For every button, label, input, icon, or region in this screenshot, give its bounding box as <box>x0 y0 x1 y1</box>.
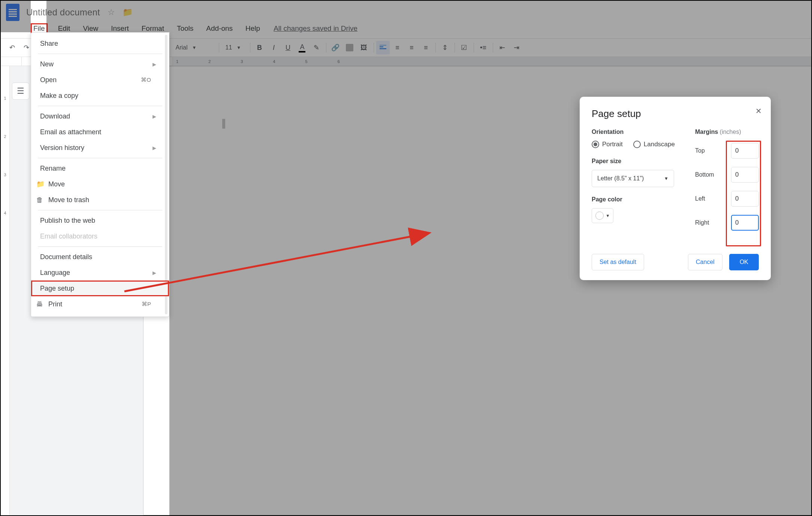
star-icon[interactable]: ☆ <box>108 8 115 17</box>
text-color-button[interactable]: A <box>295 41 309 54</box>
menu-version-history-label: Version history <box>40 144 84 152</box>
document-outline-button[interactable]: ☰ <box>12 82 29 100</box>
chevron-right-icon: ▶ <box>153 62 156 67</box>
menu-move-label: Move <box>48 180 65 188</box>
chevron-right-icon: ▶ <box>153 270 156 276</box>
menu-help[interactable]: Help <box>243 24 262 33</box>
page-color-dropdown[interactable]: ▼ <box>592 208 613 223</box>
menu-download[interactable]: Download ▶ <box>31 108 169 124</box>
menu-page-setup[interactable]: Page setup <box>31 280 169 296</box>
menu-open-label: Open <box>40 76 57 84</box>
margin-top-label: Top <box>695 147 705 154</box>
menu-document-details[interactable]: Document details <box>31 249 169 265</box>
menu-tools[interactable]: Tools <box>175 24 196 33</box>
align-right-button[interactable]: ≡ <box>405 41 418 54</box>
font-size-dropdown[interactable]: 11 ▼ <box>221 41 248 54</box>
menu-move[interactable]: 📁 Move <box>31 176 169 192</box>
insert-image-button[interactable]: 🖼 <box>357 41 371 54</box>
save-status[interactable]: All changes saved in Drive <box>274 24 357 33</box>
shortcut-label: ⌘O <box>141 76 151 83</box>
paper-size-dropdown[interactable]: Letter (8.5" x 11") ▼ <box>592 170 674 187</box>
orientation-landscape-radio[interactable]: Landscape <box>633 141 675 148</box>
checklist-button[interactable]: ☑ <box>457 41 471 54</box>
cancel-button[interactable]: Cancel <box>688 254 722 270</box>
margin-right-input[interactable] <box>731 215 759 231</box>
chevron-down-icon: ▼ <box>236 45 241 50</box>
margin-bottom-input[interactable] <box>731 167 759 183</box>
insert-comment-button[interactable] <box>343 41 356 54</box>
document-title[interactable]: Untitled document <box>26 7 100 18</box>
folder-icon[interactable]: 📁 <box>123 8 133 17</box>
font-size-label: 11 <box>225 44 232 51</box>
menu-email-attachment[interactable]: Email as attachment <box>31 124 169 140</box>
paper-size-label: Paper size <box>592 158 685 165</box>
margin-bottom-label: Bottom <box>695 171 714 178</box>
paper-size-value: Letter (8.5" x 11") <box>597 175 644 182</box>
shortcut-label: ⌘P <box>142 301 151 308</box>
menu-new[interactable]: New ▶ <box>31 56 169 72</box>
menu-move-trash[interactable]: 🗑 Move to trash <box>31 192 169 208</box>
drag-handle[interactable] <box>222 119 225 129</box>
italic-button[interactable]: I <box>267 41 280 54</box>
menu-print[interactable]: 🖶 Print ⌘P <box>31 296 169 312</box>
menu-addons[interactable]: Add-ons <box>204 24 235 33</box>
orientation-portrait-label: Portrait <box>602 141 623 148</box>
radio-unchecked-icon <box>633 141 641 148</box>
file-menu-dropdown: Share New ▶ Open ⌘O Make a copy Download… <box>31 32 169 317</box>
margin-left-label: Left <box>695 195 705 202</box>
orientation-portrait-radio[interactable]: Portrait <box>592 141 623 148</box>
line-spacing-button[interactable]: ⇕ <box>438 41 452 54</box>
menu-publish[interactable]: Publish to the web <box>31 213 169 228</box>
insert-link-button[interactable]: 🔗 <box>329 41 342 54</box>
undo-button[interactable]: ↶ <box>5 41 19 54</box>
menu-open[interactable]: Open ⌘O <box>31 72 169 88</box>
underline-button[interactable]: U <box>281 41 295 54</box>
margin-top-input[interactable] <box>731 143 759 159</box>
menu-version-history[interactable]: Version history ▶ <box>31 140 169 156</box>
dialog-title: Page setup <box>592 108 759 120</box>
folder-icon: 📁 <box>36 180 45 188</box>
align-center-button[interactable]: ≡ <box>390 41 404 54</box>
set-default-button[interactable]: Set as default <box>592 254 644 270</box>
align-left-button[interactable] <box>376 41 390 54</box>
chevron-down-icon: ▼ <box>664 176 668 181</box>
highlight-button[interactable]: ✎ <box>310 41 323 54</box>
menu-language-label: Language <box>40 269 70 277</box>
menu-share[interactable]: Share <box>31 36 169 51</box>
chevron-down-icon: ▼ <box>192 45 197 50</box>
docs-logo-icon[interactable] <box>6 4 19 21</box>
increase-indent-button[interactable]: ⇥ <box>510 41 523 54</box>
title-bar: Untitled document ☆ 📁 <box>1 1 811 22</box>
radio-checked-icon <box>592 141 599 148</box>
decrease-indent-button[interactable]: ⇤ <box>495 41 509 54</box>
menu-language[interactable]: Language ▶ <box>31 265 169 280</box>
orientation-label: Orientation <box>592 129 685 135</box>
trash-icon: 🗑 <box>36 196 45 204</box>
margin-left-input[interactable] <box>731 191 759 207</box>
align-justify-button[interactable]: ≡ <box>419 41 432 54</box>
menu-print-label: Print <box>48 300 62 308</box>
menu-move-trash-label: Move to trash <box>48 196 89 204</box>
menu-make-copy[interactable]: Make a copy <box>31 88 169 104</box>
font-family-dropdown[interactable]: Arial ▼ <box>172 41 217 54</box>
menu-rename[interactable]: Rename <box>31 160 169 176</box>
close-button[interactable]: ✕ <box>755 106 762 116</box>
menu-download-label: Download <box>40 112 70 120</box>
page-color-label: Page color <box>592 196 685 203</box>
chevron-down-icon: ▼ <box>606 213 610 218</box>
color-circle-icon <box>595 212 604 220</box>
menu-new-label: New <box>40 60 54 68</box>
margin-right-label: Right <box>695 219 709 226</box>
orientation-landscape-label: Landscape <box>644 141 675 148</box>
ruler-grayzone: 1 2 3 4 5 6 <box>172 57 811 66</box>
chevron-right-icon: ▶ <box>153 145 156 151</box>
vertical-ruler[interactable]: 1 2 3 4 <box>1 66 10 515</box>
font-family-label: Arial <box>175 44 187 51</box>
ok-button[interactable]: OK <box>729 254 759 270</box>
bulleted-list-button[interactable]: •≡ <box>476 41 490 54</box>
margins-label: Margins (inches) <box>695 129 759 135</box>
menu-email-collaborators: Email collaborators <box>31 228 169 244</box>
chevron-right-icon: ▶ <box>153 114 156 119</box>
bold-button[interactable]: B <box>253 41 266 54</box>
page-setup-dialog: ✕ Page setup Orientation Portrait Landsc… <box>580 97 771 280</box>
